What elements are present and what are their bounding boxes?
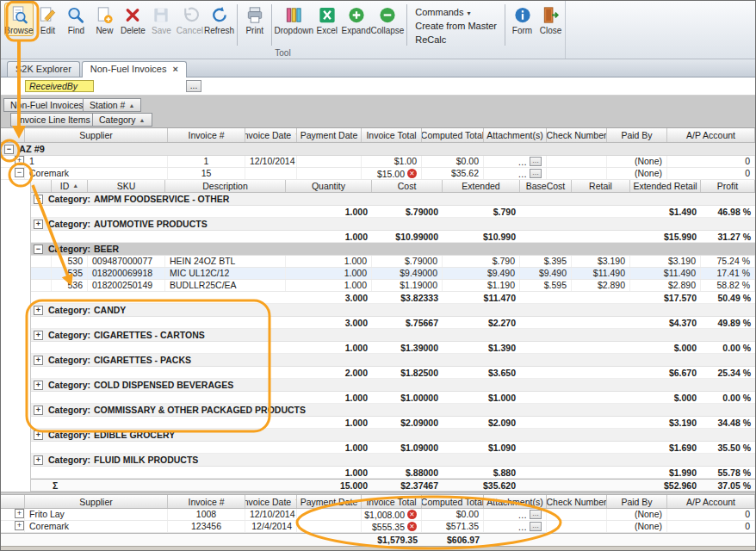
column-header-ap-account[interactable]: A/P Account (667, 128, 755, 142)
new-button[interactable]: New (90, 3, 119, 36)
category-group-row[interactable]: +Category:COLD DISPENSED BEVERAGES (31, 379, 755, 392)
sort-asc-icon: ▲ (139, 117, 146, 123)
invoice-row[interactable]: + Coremark 123456 12/4/2014 $555.35✕ $57… (1, 521, 755, 533)
edit-button[interactable]: Edit (34, 3, 62, 36)
attachments-ellipsis-button[interactable]: … (530, 157, 542, 166)
category-group-row[interactable]: +Category:FLUID MILK PRODUCTS (31, 454, 755, 467)
column-header-attachments[interactable]: Attachment(s) (484, 128, 547, 142)
column-header-description[interactable]: Description (165, 180, 286, 192)
collapse-button[interactable]: Collapse (371, 3, 405, 36)
form-button[interactable]: Form (508, 3, 536, 36)
grid-caption-invoice-line-items[interactable]: Invoice Line Items (10, 113, 97, 127)
column-header-invoice-no[interactable]: Invoice # (168, 128, 245, 142)
column-header-supplier[interactable]: Supplier (25, 495, 168, 508)
expand-box-icon[interactable]: + (34, 381, 43, 390)
attachments-ellipsis-button[interactable]: … (530, 522, 542, 531)
expand-button[interactable]: Expand (341, 3, 370, 36)
cancel-button[interactable]: Cancel (176, 3, 204, 36)
tab-non-fuel-invoices[interactable]: Non-Fuel Invoices× (82, 61, 187, 77)
invoice-row[interactable]: + 1 1 12/10/2014 $1.00 $0.00 …… (None) 0 (1, 156, 755, 168)
expand-box-icon[interactable]: + (34, 406, 43, 415)
station-group-row[interactable]: − AZ #9 (1, 143, 755, 156)
column-header-paid-by[interactable]: Paid By (607, 128, 667, 142)
column-header-check-number[interactable]: Check Number (547, 128, 607, 142)
column-header-extended[interactable]: Extended (443, 180, 520, 192)
column-header-extended-retail[interactable]: Extended Retail (630, 180, 701, 192)
grid-caption-non-fuel-invoices[interactable]: Non-Fuel Invoices (3, 98, 90, 112)
line-item-row[interactable]: 535018200069918MIC UL12C/121.000$9.49000… (31, 268, 755, 280)
expand-box-icon[interactable]: + (34, 220, 43, 229)
excel-button[interactable]: Excel (313, 3, 341, 36)
column-header-cost[interactable]: Cost (372, 180, 443, 192)
column-header-retail[interactable]: Retail (572, 180, 630, 192)
category-summary-row: 1.000$1.00000$1.000$.0000.00 % (31, 392, 755, 404)
category-group-row[interactable]: +Category:CIGARETTES - CARTONS (31, 329, 755, 342)
expand-box-icon[interactable]: + (15, 156, 24, 165)
column-header-invoice-date[interactable]: Invoice Date▼ (245, 128, 297, 142)
print-button[interactable]: Print (240, 3, 269, 36)
attachments-ellipsis-button[interactable]: … (530, 169, 542, 178)
column-header-paid-by[interactable]: Paid By (607, 495, 667, 508)
column-header-payment-date[interactable]: Payment Date (297, 128, 362, 142)
create-from-master-command[interactable]: Create from Master (415, 21, 497, 31)
column-header-id[interactable]: ID▲ (52, 180, 88, 192)
close-button[interactable]: Close (536, 3, 565, 36)
column-header-quantity[interactable]: Quantity (286, 180, 372, 192)
category-group-row[interactable]: +Category:CIGARETTES - PACKS (31, 354, 755, 367)
attachments-ellipsis-button[interactable]: … (530, 510, 542, 519)
column-header-profit[interactable]: Profit (701, 180, 755, 192)
category-group-row-selected[interactable]: −Category:BEER (31, 243, 755, 256)
category-group-row[interactable]: +Category:EDIBLE GROCERY (31, 429, 755, 442)
category-group-row[interactable]: +Category:AMPM FOODSERVICE - OTHER (31, 193, 755, 206)
line-item-row[interactable]: 530009487000077HEIN 24OZ BTL1.000$.79000… (31, 256, 755, 268)
collapse-box-icon[interactable]: − (34, 245, 43, 254)
invoice-row[interactable]: + Frito Lay 1008 12/10/2014 $1,008.00✕ $… (1, 509, 755, 521)
category-group-row[interactable]: +Category:CANDY (31, 304, 755, 317)
received-by-field[interactable]: ReceivedBy (25, 80, 94, 92)
column-header-invoice-date[interactable]: Invoice Date▼ (245, 495, 297, 508)
expand-box-icon[interactable]: + (15, 509, 24, 518)
column-header-check-number[interactable]: Check Number (547, 495, 607, 508)
refresh-button[interactable]: Refresh (204, 3, 234, 36)
ribbon-group-tool: Browse Edit Find New Delete (1, 1, 566, 59)
expand-box-icon[interactable]: + (34, 306, 43, 315)
column-header-computed-total[interactable]: Computed Total (422, 128, 484, 142)
delete-button[interactable]: Delete (119, 3, 147, 36)
sort-asc-icon: ▲ (128, 102, 134, 108)
expand-box-icon[interactable]: + (34, 331, 43, 340)
browse-button[interactable]: Browse (4, 3, 34, 36)
category-group-row[interactable]: +Category:AUTOMOTIVE PRODUCTS (31, 218, 755, 231)
column-header-sku[interactable]: SKU (88, 180, 165, 192)
commands-stack: Commands▾ Create from Master ReCalc (410, 3, 502, 45)
commands-menu[interactable]: Commands▾ (415, 7, 497, 17)
column-header-invoice-total[interactable]: Invoice Total (362, 128, 422, 142)
line-item-row[interactable]: 536018200250149BUDLLR25C/EA1.000$1.19000… (31, 280, 755, 292)
column-header-attachments[interactable]: Attachment(s) (484, 495, 547, 508)
column-header-ap-account[interactable]: A/P Account (667, 495, 755, 508)
column-header-invoice-no[interactable]: Invoice # (168, 495, 245, 508)
tab-s2k-explorer[interactable]: S2K Explorer (7, 61, 80, 77)
invoice-row[interactable]: − Coremark 15 $15.00✕ $35.62 …… (None) 0 (1, 168, 755, 180)
collapse-box-icon[interactable]: − (4, 145, 14, 154)
column-header-invoice-total[interactable]: Invoice Total (362, 495, 422, 508)
grouped-column-station[interactable]: Station #▲ (83, 98, 141, 112)
recalc-command[interactable]: ReCalc (415, 34, 497, 45)
find-button[interactable]: Find (62, 3, 90, 36)
column-header-supplier[interactable]: Supplier (25, 128, 168, 142)
save-button[interactable]: Save (147, 3, 176, 36)
expand-box-icon[interactable]: + (34, 430, 43, 440)
expand-box-icon[interactable]: + (34, 455, 43, 465)
filter-more-button[interactable]: ... (186, 80, 201, 92)
expand-box-icon[interactable]: + (15, 521, 24, 530)
expand-box-icon[interactable]: + (34, 356, 43, 365)
close-tab-icon[interactable]: × (172, 64, 177, 74)
line-items-total-row: Σ 15.000$2.37467$35.620$52.96037.05 % (31, 479, 755, 492)
dropdown-button[interactable]: Dropdown (275, 3, 313, 36)
column-header-computed-total[interactable]: Computed Total (422, 495, 484, 508)
category-group-row[interactable]: +Category:COMMISSARY & OTHER PACKAGED PR… (31, 404, 755, 417)
grouped-column-category[interactable]: Category▲ (92, 113, 152, 127)
expand-box-icon[interactable]: + (34, 195, 43, 204)
column-header-basecost[interactable]: BaseCost (520, 180, 572, 192)
column-header-payment-date[interactable]: Payment Date (297, 495, 362, 508)
collapse-box-icon[interactable]: − (15, 168, 24, 177)
